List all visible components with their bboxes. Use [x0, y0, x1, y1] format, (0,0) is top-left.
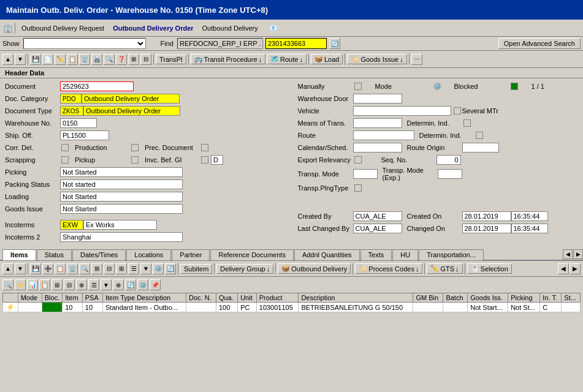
tab-addnl-quantities[interactable]: Addnl Quantities	[294, 249, 360, 260]
incoterms-text-input[interactable]	[83, 220, 157, 230]
col-psa[interactable]: PSA	[82, 293, 102, 303]
prec-doc-checkbox[interactable]	[201, 144, 208, 151]
process-codes-button[interactable]: 🏷️ Process Codes ↓	[355, 263, 422, 274]
tab-status[interactable]: Status	[37, 249, 72, 260]
warehouse-no-input[interactable]	[60, 118, 97, 128]
vehicle-input[interactable]	[353, 106, 451, 116]
transp-mode-input[interactable]	[353, 169, 378, 179]
tab-hu[interactable]: HU	[392, 249, 418, 260]
tab-locations[interactable]: Locations	[126, 249, 171, 260]
items-tool7-icon[interactable]: ⊗	[76, 279, 87, 290]
items-tool8-icon[interactable]: ☰	[88, 279, 99, 290]
help-icon[interactable]: ❓	[116, 54, 127, 65]
blocked-checkbox[interactable]	[511, 83, 518, 90]
col-doc-no[interactable]: Doc. N.	[186, 293, 216, 303]
menu-outbound-delivery-order[interactable]: Outbound Delivery Order	[109, 23, 197, 33]
items-copy-icon[interactable]: 📋	[55, 263, 66, 274]
determin-ind-checkbox[interactable]	[463, 119, 471, 127]
document-input[interactable]	[60, 81, 134, 91]
tab-reference-docs[interactable]: Reference Documents	[210, 249, 293, 260]
doc-type-code-input[interactable]	[60, 106, 83, 116]
incoterms2-input[interactable]	[60, 232, 183, 242]
changed-on-date-input[interactable]	[462, 224, 511, 233]
gts-button[interactable]: ✏️ GTS ↓	[427, 263, 462, 274]
menu-email-icon[interactable]: 📧	[265, 23, 281, 33]
delivery-group-button[interactable]: Delivery Group ↓	[216, 264, 273, 274]
determin-ind2-checkbox[interactable]	[476, 132, 483, 139]
goods-issue-input[interactable]	[60, 204, 183, 214]
items-tool2-icon[interactable]: ⚡	[15, 279, 26, 290]
items-tool10-icon[interactable]: ⊕	[113, 279, 124, 290]
advanced-search-button[interactable]: Open Advanced Search	[498, 38, 581, 49]
items-settings-icon[interactable]: ⚙️	[153, 263, 164, 274]
col-item[interactable]: Item	[63, 293, 83, 303]
col-description[interactable]: Description	[299, 293, 413, 303]
items-scroll-left-icon[interactable]: ◀	[558, 263, 569, 274]
items-grid-icon[interactable]: ⊞	[116, 263, 127, 274]
col-mode[interactable]: Mode	[18, 293, 42, 303]
seq-no-input[interactable]	[436, 155, 461, 165]
nav-up-icon[interactable]: ▲	[2, 54, 13, 65]
tab-dates-times[interactable]: Dates/Times	[72, 249, 126, 260]
delete-icon[interactable]: 🗑️	[79, 54, 90, 65]
route-input[interactable]	[353, 130, 414, 140]
doc-category-code-input[interactable]	[60, 94, 82, 104]
tab-scroll-right-icon[interactable]: ▶	[573, 249, 583, 259]
items-tool11-icon[interactable]: 🔄	[125, 279, 136, 290]
show-select[interactable]	[23, 38, 146, 49]
manually-checkbox[interactable]	[354, 83, 362, 90]
created-on-time-input[interactable]	[511, 211, 548, 221]
doc-category-text-input[interactable]	[82, 94, 180, 104]
means-trans-input[interactable]	[353, 118, 402, 128]
subitem-button[interactable]: Subitem	[180, 264, 212, 274]
save-icon[interactable]: 💾	[30, 54, 41, 65]
find-input[interactable]	[177, 38, 263, 49]
warehouse-door-input[interactable]	[353, 94, 402, 104]
col-item-type[interactable]: Item Type Description	[103, 293, 186, 303]
selection-button[interactable]: 🖱️ Selection	[467, 263, 512, 274]
items-nav-up-icon[interactable]: ▲	[2, 263, 13, 274]
col-bloc[interactable]: Bloc.	[42, 293, 62, 303]
items-list-icon[interactable]: ☰	[128, 263, 139, 274]
export-relevancy-checkbox[interactable]	[354, 156, 362, 164]
ship-off-input[interactable]	[60, 130, 109, 140]
loading-input[interactable]	[60, 192, 183, 202]
calendar-sched-input[interactable]	[353, 143, 402, 153]
items-search-icon[interactable]: 🔍	[79, 263, 90, 274]
production-checkbox[interactable]	[131, 144, 139, 151]
tab-transportation[interactable]: Transportation...	[419, 249, 484, 260]
new-icon[interactable]: 📄	[42, 54, 53, 65]
incoterms-code-input[interactable]	[60, 220, 83, 230]
col-unit[interactable]: Unit	[238, 293, 257, 303]
outbound-delivery-button[interactable]: 📦 Outbound Delivery	[278, 263, 351, 274]
items-more2-icon[interactable]: ⊟	[104, 263, 115, 274]
menu-outbound-delivery[interactable]: Outbound Delivery	[199, 23, 262, 33]
menu-outbound-delivery-request[interactable]: Outbound Delivery Request	[18, 23, 108, 33]
route-origin-input[interactable]	[462, 143, 499, 153]
transp-plng-checkbox[interactable]	[354, 184, 362, 192]
goods-issue-button[interactable]: 🏷️ Goods Issue ↓	[347, 54, 406, 64]
items-scroll-right-icon[interactable]: ▶	[570, 263, 581, 274]
created-by-input[interactable]	[353, 211, 402, 221]
transp-mode-exp-input[interactable]	[438, 169, 462, 179]
col-st[interactable]: St...	[562, 293, 581, 303]
scrapping-checkbox[interactable]	[61, 156, 69, 164]
invc-bef-gi-checkbox[interactable]	[201, 156, 208, 164]
col-gm-bin[interactable]: GM Bin	[413, 293, 443, 303]
items-tool5-icon[interactable]: ⊞	[51, 279, 63, 290]
items-refresh-icon[interactable]: 🔄	[165, 263, 176, 274]
picking-input[interactable]	[60, 167, 183, 177]
col-in-t[interactable]: In. T.	[540, 293, 562, 303]
invc-bef-gi-input[interactable]	[211, 155, 223, 165]
nav-down-icon[interactable]: ▼	[15, 54, 26, 65]
col-product[interactable]: Product	[256, 293, 299, 303]
doc-type-text-input[interactable]	[83, 106, 180, 116]
route-button[interactable]: 🗺️ Route ↓	[267, 54, 307, 64]
pickup-checkbox[interactable]	[131, 156, 139, 164]
expand-icon[interactable]: ⊞	[128, 54, 139, 65]
items-save-icon[interactable]: 💾	[30, 263, 41, 274]
load-button[interactable]: 📦 Load	[311, 54, 343, 64]
col-picking[interactable]: Picking	[508, 293, 540, 303]
edit-icon[interactable]: ✏️	[55, 54, 66, 65]
find-icon2[interactable]: 🔍	[104, 54, 115, 65]
